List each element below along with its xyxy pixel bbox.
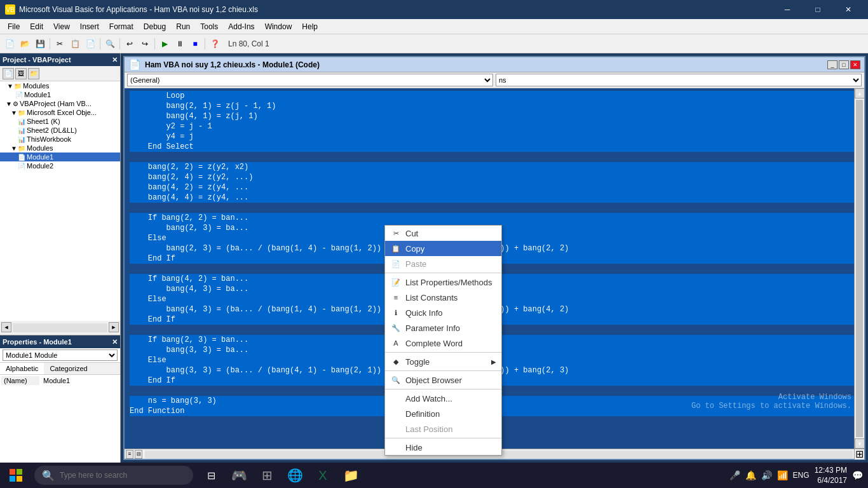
project-tree: ▼ 📁 Modules 📄 Module1 ▼ ⚙ VBAProject (Ha… bbox=[0, 81, 120, 321]
tab-categorized[interactable]: Categorized bbox=[44, 363, 93, 374]
code-nav-proc-view[interactable]: ≡ bbox=[126, 450, 133, 459]
minimize-button[interactable]: ─ bbox=[773, 0, 802, 19]
app2-icon: ⊞ bbox=[262, 468, 273, 483]
ctx-toggle[interactable]: ◆ Toggle ▶ bbox=[385, 354, 501, 369]
taskbar-app-1[interactable]: 🎮 bbox=[226, 463, 252, 488]
project-panel-close[interactable]: ✕ bbox=[112, 56, 118, 64]
code-dropdown-proc[interactable]: ns bbox=[496, 74, 862, 86]
ctx-cut[interactable]: ✂ Cut bbox=[385, 226, 501, 241]
menu-help[interactable]: Help bbox=[297, 21, 323, 32]
vertical-scrollbar[interactable]: ▲ ▼ bbox=[854, 88, 864, 449]
scrollbar-up[interactable]: ▲ bbox=[855, 88, 864, 98]
expand-modules2[interactable]: ▼ bbox=[10, 145, 18, 152]
ctx-copy[interactable]: 📋 Copy bbox=[385, 241, 501, 256]
code-nav-full-view[interactable]: ⊟ bbox=[135, 450, 142, 459]
search-input[interactable] bbox=[60, 471, 174, 480]
expand-vbaproject[interactable]: ▼ bbox=[5, 100, 13, 107]
ctx-list-props[interactable]: 📝 List Properties/Methods bbox=[385, 274, 501, 290]
toolbar-undo[interactable]: ↩ bbox=[123, 37, 137, 51]
taskbar-folder-app[interactable]: 📁 bbox=[338, 463, 363, 488]
taskbar-app-2[interactable]: ⊞ bbox=[254, 463, 280, 488]
toolbar-pause[interactable]: ⏸ bbox=[173, 37, 187, 51]
taskbar-notify-icon[interactable]: 🔔 bbox=[745, 470, 756, 480]
ctx-last-position[interactable]: Last Position bbox=[385, 421, 501, 437]
prop-value-name[interactable]: Module1 bbox=[41, 376, 119, 385]
maximize-button[interactable]: □ bbox=[803, 0, 832, 19]
menu-window[interactable]: Window bbox=[260, 21, 297, 32]
tree-item-sheet1[interactable]: 📊 Sheet1 (K) bbox=[0, 117, 120, 126]
tree-item-thisworkbook[interactable]: 📊 ThisWorkbook bbox=[0, 135, 120, 144]
ctx-complete-word[interactable]: A Complete Word bbox=[385, 336, 501, 351]
menu-tools[interactable]: Tools bbox=[195, 21, 223, 32]
tree-scroll-left[interactable]: ◄ bbox=[1, 322, 11, 332]
ctx-paste[interactable]: 📄 Paste bbox=[385, 256, 501, 271]
project-panel-title: Project - VBAProject bbox=[3, 56, 71, 64]
toolbar-find[interactable]: 🔍 bbox=[103, 37, 117, 51]
menu-run[interactable]: Run bbox=[171, 21, 195, 32]
taskbar-excel-app[interactable]: X bbox=[310, 463, 336, 488]
taskbar-volume-icon[interactable]: 🔊 bbox=[761, 470, 772, 480]
start-button[interactable] bbox=[0, 463, 32, 488]
taskbar-app-3[interactable]: 🌐 bbox=[282, 463, 308, 488]
menu-insert[interactable]: Insert bbox=[75, 21, 104, 32]
ctx-add-watch[interactable]: Add Watch... bbox=[385, 391, 501, 406]
project-view-object[interactable]: 🖼 bbox=[15, 68, 27, 79]
tree-item-module1[interactable]: 📄 Module1 bbox=[0, 152, 120, 161]
scrollbar-down[interactable]: ▼ bbox=[855, 438, 864, 449]
menu-edit[interactable]: Edit bbox=[25, 21, 48, 32]
properties-object-select[interactable]: Module1 Module bbox=[3, 349, 118, 361]
code-line-12: If bang(2, 2) = ban... bbox=[130, 213, 859, 223]
windows-logo-icon bbox=[10, 469, 22, 482]
toolbar-cut[interactable]: ✂ bbox=[53, 37, 67, 51]
tree-item-modules1[interactable]: ▼ 📁 Modules bbox=[0, 81, 120, 90]
ctx-hide[interactable]: Hide bbox=[385, 440, 501, 455]
properties-panel-close[interactable]: ✕ bbox=[112, 338, 118, 346]
toolbar-open[interactable]: 📂 bbox=[18, 37, 32, 51]
scrollbar-thumb[interactable] bbox=[856, 100, 863, 437]
taskbar-search[interactable]: 🔍 bbox=[34, 466, 193, 485]
menu-debug[interactable]: Debug bbox=[139, 21, 171, 32]
taskbar-action-center[interactable]: 💬 bbox=[852, 470, 863, 480]
toolbar-save[interactable]: 💾 bbox=[33, 37, 47, 51]
taskbar-taskview[interactable]: ⊟ bbox=[198, 463, 224, 488]
toolbar-help[interactable]: ❓ bbox=[208, 37, 222, 51]
tree-item-excel-objects[interactable]: ▼ 📁 Microsoft Excel Obje... bbox=[0, 108, 120, 117]
menu-format[interactable]: Format bbox=[104, 21, 139, 32]
ctx-param-info[interactable]: 🔧 Parameter Info bbox=[385, 320, 501, 336]
code-window-titlebar: 📄 Ham VBA noi suy 1,2 chieu.xls - Module… bbox=[125, 57, 864, 72]
svg-rect-3 bbox=[17, 476, 22, 482]
ctx-list-constants[interactable]: ≡ List Constants bbox=[385, 290, 501, 305]
code-win-maximize[interactable]: □ bbox=[839, 60, 849, 69]
project-view-code[interactable]: 📄 bbox=[3, 68, 14, 79]
toolbar-run[interactable]: ▶ bbox=[158, 37, 172, 51]
ctx-quick-info[interactable]: ℹ Quick Info bbox=[385, 305, 501, 320]
close-button[interactable]: ✕ bbox=[834, 0, 863, 19]
menu-addins[interactable]: Add-Ins bbox=[223, 21, 259, 32]
code-dropdown-object[interactable]: (General) bbox=[127, 74, 493, 86]
tab-alphabetic[interactable]: Alphabetic bbox=[0, 363, 44, 374]
expand-excel-objects[interactable]: ▼ bbox=[10, 109, 18, 116]
menu-view[interactable]: View bbox=[48, 21, 75, 32]
toolbar-paste[interactable]: 📄 bbox=[83, 37, 97, 51]
taskbar-mic-icon[interactable]: 🎤 bbox=[729, 470, 740, 480]
tree-scroll-right[interactable]: ► bbox=[109, 322, 119, 332]
toolbar-copy[interactable]: 📋 bbox=[68, 37, 82, 51]
toolbar-new[interactable]: 📄 bbox=[3, 37, 17, 51]
tree-item-modules2[interactable]: ▼ 📁 Modules bbox=[0, 144, 120, 152]
tree-item-module2[interactable]: 📄 Module2 bbox=[0, 161, 120, 170]
toolbar-stop[interactable]: ■ bbox=[188, 37, 202, 51]
ctx-definition[interactable]: Definition bbox=[385, 406, 501, 421]
toolbar-redo[interactable]: ↪ bbox=[138, 37, 152, 51]
project-toggle-folders[interactable]: 📁 bbox=[28, 68, 39, 79]
code-win-minimize[interactable]: _ bbox=[827, 60, 837, 69]
code-win-close[interactable]: ✕ bbox=[850, 60, 860, 69]
expand-modules1[interactable]: ▼ bbox=[6, 83, 14, 90]
tree-item-vbaproject[interactable]: ▼ ⚙ VBAProject (Ham VB... bbox=[0, 99, 120, 108]
tree-item-sheet2[interactable]: 📊 Sheet2 (DL&LL) bbox=[0, 126, 120, 135]
taskbar-network-icon[interactable]: 📶 bbox=[777, 470, 788, 480]
ctx-obj-browser[interactable]: 🔍 Object Browser bbox=[385, 372, 501, 388]
menu-file[interactable]: File bbox=[3, 21, 25, 32]
toolbar-sep4 bbox=[154, 38, 155, 50]
tree-item-module1-sub[interactable]: 📄 Module1 bbox=[0, 90, 120, 99]
taskbar-language[interactable]: ENG bbox=[793, 471, 810, 480]
